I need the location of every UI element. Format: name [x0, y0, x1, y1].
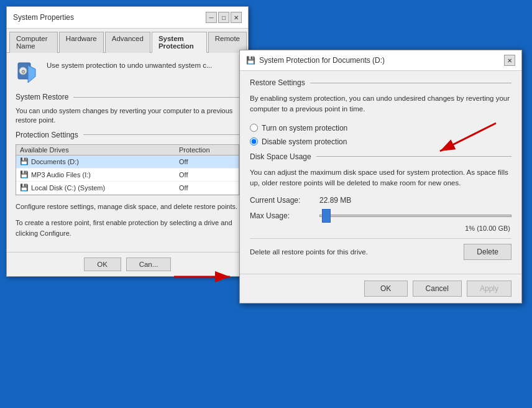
protection-settings-header: Protection Settings	[16, 131, 239, 139]
sp-close-button[interactable]: ✕	[504, 55, 515, 66]
drive-icon: 💾	[20, 170, 29, 179]
svg-text:⚙: ⚙	[21, 69, 25, 75]
drive-protection: Off	[179, 171, 235, 178]
sp-cancel-button[interactable]: Cancel	[413, 280, 462, 297]
drive-protection: Off	[179, 158, 235, 165]
shield-icon: ⚙	[16, 60, 40, 85]
sys-props-title: System Properties	[13, 13, 74, 22]
delete-label: Delete all restore points for this drive…	[250, 248, 368, 256]
section-line-2	[83, 134, 239, 135]
system-restore-label: System Restore	[16, 93, 68, 101]
delete-button[interactable]: Delete	[464, 244, 511, 260]
drive-protection: Off	[179, 184, 235, 192]
header-section: ⚙ Use system protection to undo unwanted…	[16, 60, 239, 85]
sys-props-buttons: OK Can...	[7, 252, 248, 276]
arrow-annotation-2	[424, 117, 499, 160]
minimize-button[interactable]: ─	[206, 12, 217, 23]
col-header-protection: Protection	[179, 146, 235, 154]
radio-input-disable[interactable]	[250, 137, 258, 146]
current-usage-label: Current Usage:	[250, 196, 312, 205]
cancel-button[interactable]: Can...	[126, 257, 172, 271]
to-create-text: To create a restore point, first enable …	[16, 218, 239, 238]
drive-icon: 💾	[20, 183, 29, 192]
disk-slider-container	[319, 210, 511, 222]
max-usage-label: Max Usage:	[250, 211, 312, 220]
drive-name: Local Disk (C:) (System)	[31, 184, 179, 192]
table-row[interactable]: 💾 Local Disk (C:) (System) Off	[16, 182, 239, 195]
sys-props-content: ⚙ Use system protection to undo unwanted…	[7, 53, 248, 252]
current-usage-row: Current Usage: 22.89 MB	[250, 196, 511, 205]
delete-row: Delete all restore points for this drive…	[250, 238, 511, 260]
restore-settings-label: Restore Settings	[250, 78, 305, 87]
section-line	[73, 97, 239, 98]
system-restore-text: You can undo system changes by reverting…	[16, 106, 239, 126]
slider-track	[319, 215, 511, 217]
sp-title-icon: 💾	[246, 56, 255, 65]
drive-icon: 💾	[20, 157, 29, 166]
restore-settings-header: Restore Settings	[250, 78, 511, 87]
sp-title: 💾 System Protection for Documents (D:)	[246, 56, 385, 65]
table-header: Available Drives Protection	[16, 145, 239, 155]
tab-advanced[interactable]: Advanced	[105, 32, 150, 53]
sp-titlebar: 💾 System Protection for Documents (D:) ✕	[240, 50, 521, 71]
sp-section-line	[310, 83, 511, 83]
protection-table: Available Drives Protection 💾 Documents …	[16, 144, 239, 195]
tabs-bar: Computer Name Hardware Advanced System P…	[7, 29, 248, 53]
close-button[interactable]: ✕	[231, 12, 242, 23]
disk-space-label: Disk Space Usage	[250, 152, 311, 161]
slider-percent: 1% (10.00 GB)	[250, 225, 511, 232]
tab-computer-name[interactable]: Computer Name	[9, 32, 58, 53]
table-row[interactable]: 💾 MP3 Audio Files (I:) Off	[16, 169, 239, 182]
col-header-drives: Available Drives	[20, 146, 179, 154]
radio-label-turn-on: Turn on system protection	[262, 124, 347, 132]
tab-hardware[interactable]: Hardware	[59, 32, 104, 53]
sp-bottom-buttons: OK Cancel Apply	[240, 274, 521, 303]
sys-props-titlebar: System Properties ─ □ ✕	[7, 7, 248, 29]
drive-name: MP3 Audio Files (I:)	[31, 171, 179, 178]
sp-description: By enabling system protection, you can u…	[250, 93, 511, 115]
sp-apply-button[interactable]: Apply	[467, 280, 511, 297]
disk-section: Disk Space Usage You can adjust the maxi…	[250, 152, 511, 261]
titlebar-controls: ─ □ ✕	[206, 12, 242, 23]
table-row[interactable]: 💾 Documents (D:) Off	[16, 155, 239, 169]
tab-system-protection[interactable]: System Protection	[152, 32, 207, 53]
sp-ok-button[interactable]: OK	[364, 280, 408, 297]
radio-input-turn-on[interactable]	[250, 124, 258, 132]
sp-content: Restore Settings By enabling system prot…	[240, 71, 521, 267]
current-usage-value: 22.89 MB	[319, 196, 351, 205]
svg-marker-1	[28, 65, 35, 83]
max-usage-row: Max Usage:	[250, 210, 511, 222]
system-properties-window: System Properties ─ □ ✕ Computer Name Ha…	[6, 6, 249, 277]
svg-line-7	[440, 123, 496, 151]
sp-dialog: 💾 System Protection for Documents (D:) ✕…	[239, 50, 522, 304]
maximize-button[interactable]: □	[218, 12, 229, 23]
slider-thumb[interactable]	[322, 209, 331, 223]
configure-text: Configure restore settings, manage disk …	[16, 202, 239, 212]
disk-description: You can adjust the maximum disk space us…	[250, 167, 511, 189]
radio-label-disable: Disable system protection	[262, 137, 347, 146]
header-text: Use system protection to undo unwanted s…	[47, 60, 213, 70]
drive-name: Documents (D:)	[31, 158, 179, 165]
protection-settings-label: Protection Settings	[16, 131, 78, 139]
system-restore-header: System Restore	[16, 93, 239, 101]
ok-button[interactable]: OK	[84, 257, 121, 271]
